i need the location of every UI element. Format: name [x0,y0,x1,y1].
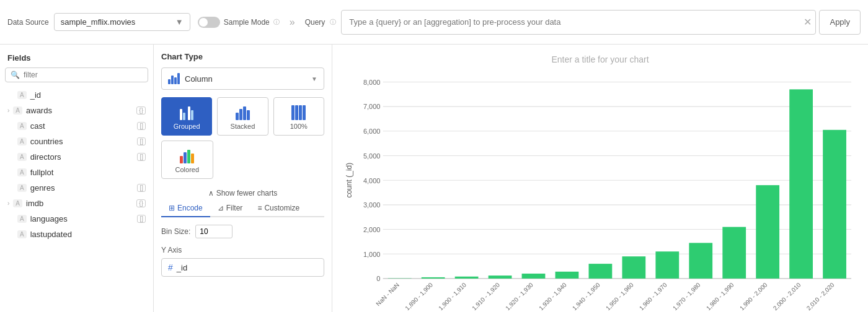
tab-filter[interactable]: ⊿ Filter [210,200,250,216]
tab-filter-label: Filter [226,204,243,212]
tab-customize-label: Customize [264,204,299,212]
filter-icon: ⊿ [218,204,224,212]
chart-variants-row2: Colored [161,141,324,179]
field-left: A genres [7,183,55,193]
expand-icon: › [7,200,9,207]
stacked-mini-chart [236,103,250,120]
svg-text:1,890 - 1,900: 1,890 - 1,900 [404,281,434,311]
tab-encode[interactable]: ⊞ Encode [161,200,210,217]
column-chart-icon [168,73,180,84]
field-item-fullplot[interactable]: A fullplot [0,165,153,180]
svg-rect-21 [422,277,445,279]
datasource-dropdown[interactable]: sample_mflix.movies ▼ [54,13,190,31]
field-item-languages[interactable]: A languages [] [0,211,153,227]
sample-mode-section: Sample Mode ⓘ [198,17,280,28]
field-left: A fullplot [7,168,53,177]
arrow-separator-icon: » [290,17,295,28]
query-section: Query ⓘ ✕ [305,10,812,35]
svg-text:4,000: 4,000 [363,177,380,184]
field-badge: {} [136,106,146,115]
fields-search-box[interactable]: 🔍 [5,67,148,82]
grouped-label: Grouped [174,123,200,130]
datasource-value: sample_mflix.movies [61,17,136,27]
field-item-genres[interactable]: A genres [] [0,180,153,196]
field-item-awards[interactable]: › A awards {} [0,103,153,118]
expand-icon: › [7,107,9,114]
y-axis-label: Y Axis [161,246,324,254]
encode-icon: ⊞ [169,204,175,212]
chart-type-arrow-icon: ▼ [311,76,317,82]
svg-text:2,000: 2,000 [363,226,380,233]
field-type: A [13,106,22,115]
show-fewer-chevron-icon: ∧ [208,189,214,197]
field-type: A [13,199,22,207]
svg-rect-39 [722,227,746,279]
clear-query-icon[interactable]: ✕ [804,16,812,28]
field-left: A languages [7,214,68,223]
field-name: genres [30,183,55,193]
svg-text:1,900 - 1,910: 1,900 - 1,910 [437,281,467,311]
bin-size-input[interactable] [195,225,232,238]
field-badge: [] [137,215,146,223]
y-axis-field[interactable]: # _id [161,258,324,277]
svg-text:8,000: 8,000 [363,79,380,86]
svg-text:1,910 - 1,920: 1,910 - 1,920 [471,281,501,311]
field-item-directors[interactable]: A directors [] [0,149,153,165]
svg-rect-25 [489,275,512,279]
main-layout: Fields 🔍 A _id › A awards {} A cast [] A [0,45,868,312]
query-label: Query [305,18,326,27]
show-fewer-label: Show fewer charts [216,189,278,197]
field-item-_id[interactable]: A _id [0,87,153,103]
tab-encode-label: Encode [177,204,203,212]
field-badge: [] [137,184,146,192]
field-name: lastupdated [30,230,72,239]
selected-chart-label: Column [185,74,213,84]
datasource-label: Data Source [7,18,49,27]
svg-rect-29 [556,272,579,279]
svg-text:1,960 - 1,970: 1,960 - 1,970 [638,281,668,311]
sample-mode-toggle[interactable] [198,17,220,28]
chart-title[interactable]: Enter a title for your chart [551,54,649,64]
fields-search-input[interactable] [24,71,143,79]
fields-sidebar: Fields 🔍 A _id › A awards {} A cast [] A [0,45,154,312]
100pct-mini-chart [291,103,306,120]
center-panel: Chart Type Column ▼ [154,45,332,312]
field-type: A [17,230,27,238]
colored-label: Colored [175,166,200,173]
field-item-lastupdated[interactable]: A lastupdated [0,227,153,242]
chart-type-dropdown[interactable]: Column ▼ [161,67,324,90]
y-axis-field-name: _id [177,263,187,272]
query-input[interactable] [341,10,816,35]
svg-text:7,000: 7,000 [363,103,380,111]
svg-text:NaN - NaN: NaN - NaN [374,281,401,307]
variant-100pct[interactable]: 100% [273,97,324,136]
tab-customize[interactable]: ≡ Customize [250,200,307,216]
datasource-section: Data Source sample_mflix.movies ▼ [7,13,190,31]
sample-mode-label: Sample Mode [224,18,270,27]
field-name: cast [30,121,45,131]
svg-rect-31 [589,264,613,279]
field-item-countries[interactable]: A countries [] [0,134,153,149]
variant-grouped[interactable]: Grouped [161,97,212,136]
field-name: _id [30,90,41,100]
svg-text:2,000 - 2,010: 2,000 - 2,010 [772,281,802,311]
apply-button[interactable]: Apply [819,10,861,35]
field-type: A [17,91,27,99]
field-name: directors [30,152,61,162]
variant-colored[interactable]: Colored [161,141,213,179]
field-type: A [17,168,27,176]
field-item-cast[interactable]: A cast [] [0,118,153,134]
chart-area: Enter a title for your chart 01,0002,000… [332,45,868,312]
field-left: A lastupdated [7,230,72,239]
chart-type-title: Chart Type [161,52,324,61]
show-fewer-charts[interactable]: ∧ Show fewer charts [161,186,324,200]
svg-text:1,940 - 1,950: 1,940 - 1,950 [571,281,601,311]
svg-text:1,970 - 1,980: 1,970 - 1,980 [671,281,702,311]
svg-text:1,920 - 1,930: 1,920 - 1,930 [504,281,534,311]
top-bar: Data Source sample_mflix.movies ▼ Sample… [0,0,868,45]
field-badge: {} [136,199,146,207]
variant-stacked[interactable]: Stacked [217,97,268,136]
fields-list: A _id › A awards {} A cast [] A countrie… [0,87,153,242]
field-item-imdb[interactable]: › A imdb {} [0,196,153,211]
svg-text:2,010 - 2,020: 2,010 - 2,020 [805,281,836,311]
